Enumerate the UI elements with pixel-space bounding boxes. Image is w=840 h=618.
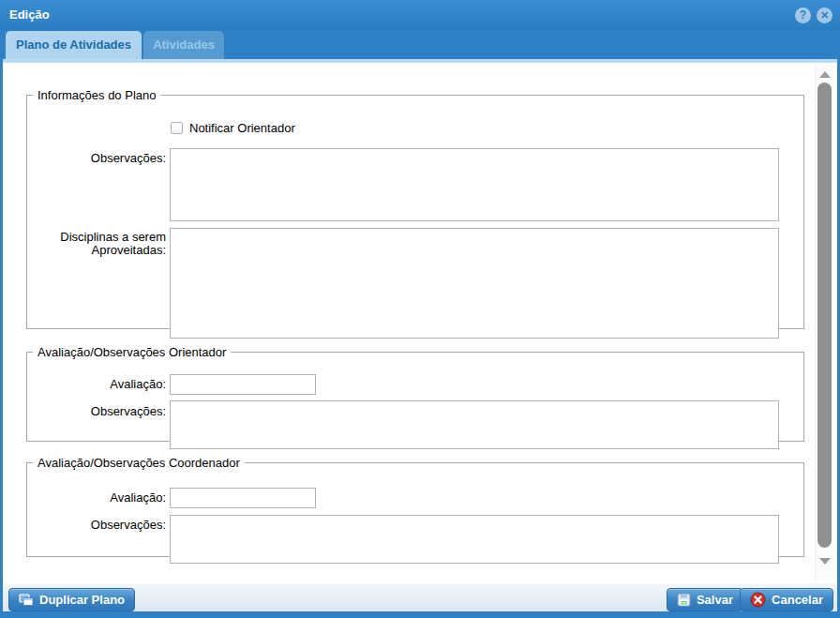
tab-plano-de-atividades[interactable]: Plano de Atividades — [6, 31, 142, 59]
coordinator-observations-label: Observações: — [27, 519, 166, 532]
advisor-evaluation-label: Avaliação: — [27, 378, 166, 391]
coordinator-observations-textarea[interactable] — [170, 515, 779, 564]
close-icon[interactable]: ✕ — [817, 8, 832, 23]
vertical-scrollbar[interactable] — [815, 64, 833, 580]
coordinator-eval-fieldset: Avaliação/Observações Coordenador Avalia… — [26, 456, 804, 557]
coordinator-evaluation-input[interactable] — [170, 488, 316, 508]
save-icon — [677, 593, 691, 607]
disciplines-textarea[interactable] — [170, 228, 779, 339]
coordinator-eval-legend: Avaliação/Observações Coordenador — [33, 456, 245, 470]
cancel-icon — [750, 592, 766, 608]
cancel-label: Cancelar — [772, 593, 823, 607]
plan-info-legend: Informações do Plano — [33, 88, 160, 102]
plan-info-fieldset: Informações do Plano Notificar Orientado… — [26, 88, 804, 329]
cancel-button[interactable]: Cancelar — [740, 588, 833, 611]
dialog-footer: Duplicar Plano Salvar Can — [3, 583, 837, 611]
scroll-up-icon[interactable] — [819, 71, 831, 78]
edit-dialog: Edição ? ✕ Plano de Atividades Atividade… — [0, 0, 840, 618]
advisor-eval-legend: Avaliação/Observações Orientador — [33, 345, 231, 359]
tab-atividades[interactable]: Atividades — [143, 31, 224, 59]
save-label: Salvar — [697, 593, 733, 607]
coordinator-evaluation-label: Avaliação: — [27, 491, 166, 505]
dialog-title: Edição — [9, 0, 50, 30]
help-icon[interactable]: ? — [795, 8, 811, 23]
advisor-eval-fieldset: Avaliação/Observações Orientador Avaliaç… — [26, 345, 804, 442]
save-button[interactable]: Salvar — [667, 588, 743, 611]
advisor-evaluation-input[interactable] — [170, 374, 316, 395]
duplicate-plan-label: Duplicar Plano — [39, 593, 125, 607]
duplicate-plan-button[interactable]: Duplicar Plano — [8, 588, 135, 611]
tab-bar: Plano de Atividades Atividades — [3, 30, 837, 59]
advisor-observations-textarea[interactable] — [170, 400, 779, 449]
observations-label: Observações: — [27, 152, 166, 165]
advisor-observations-label: Observações: — [27, 405, 166, 418]
notify-advisor-label: Notificar Orientador — [189, 121, 295, 135]
observations-textarea[interactable] — [170, 148, 779, 221]
dialog-content: Informações do Plano Notificar Orientado… — [3, 63, 837, 583]
notify-advisor-checkbox[interactable] — [171, 122, 183, 134]
duplicate-icon — [19, 594, 34, 607]
scroll-down-icon[interactable] — [819, 558, 831, 565]
disciplines-label: Disciplinas a serem Aproveitadas: — [27, 231, 166, 257]
scrollbar-thumb[interactable] — [818, 83, 832, 548]
dialog-titlebar: Edição ? ✕ — [0, 0, 840, 30]
